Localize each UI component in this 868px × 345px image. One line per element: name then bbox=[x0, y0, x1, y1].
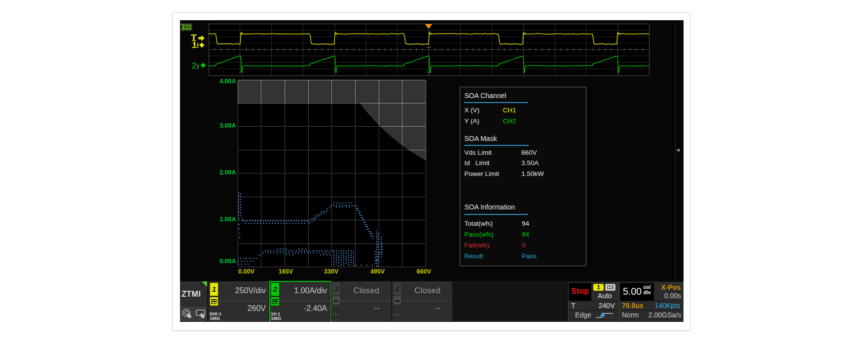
svg-text:2: 2 bbox=[192, 61, 196, 70]
